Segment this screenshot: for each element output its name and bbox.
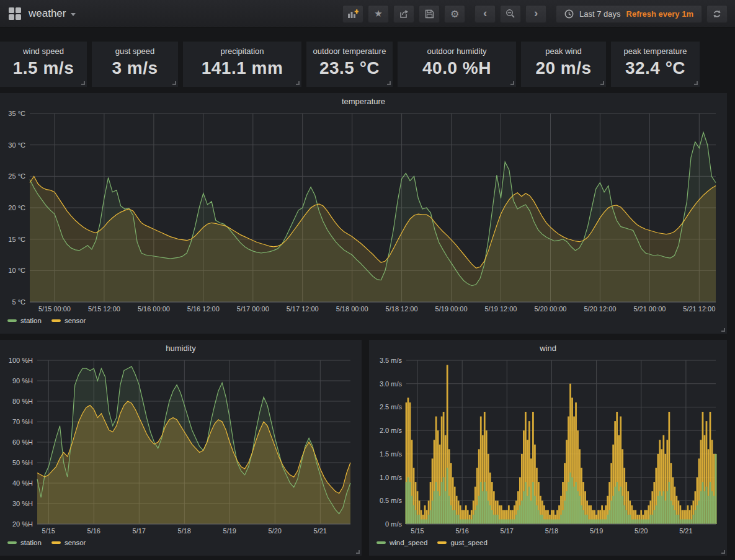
add-panel-button[interactable] bbox=[342, 5, 363, 23]
legend-item-sensor[interactable]: sensor bbox=[51, 317, 86, 324]
stat-panel[interactable]: outdoor humidity40.0 %H bbox=[398, 42, 516, 87]
svg-text:5/20: 5/20 bbox=[269, 527, 282, 535]
panel-resize-handle[interactable] bbox=[296, 81, 300, 85]
temperature-panel-title[interactable]: temperature bbox=[0, 93, 727, 109]
stat-panel[interactable]: precipitation141.1 mm bbox=[183, 42, 301, 87]
panel-resize-handle[interactable] bbox=[510, 81, 514, 85]
svg-text:0.5 m/s: 0.5 m/s bbox=[380, 497, 403, 504]
legend-swatch-icon bbox=[437, 541, 447, 544]
humidity-panel-title[interactable]: humidity bbox=[0, 340, 362, 355]
svg-text:5/16: 5/16 bbox=[455, 527, 468, 535]
dashboard-title-dropdown[interactable]: weather bbox=[29, 7, 76, 20]
panel-resize-handle[interactable] bbox=[694, 81, 698, 85]
svg-text:70 %H: 70 %H bbox=[12, 418, 33, 425]
wind-panel-title[interactable]: wind bbox=[369, 340, 727, 355]
legend-label: sensor bbox=[65, 539, 86, 546]
stat-panel[interactable]: outdoor temperature23.5 °C bbox=[306, 42, 393, 87]
svg-text:20 %H: 20 %H bbox=[12, 520, 33, 528]
svg-text:5/19: 5/19 bbox=[223, 527, 236, 535]
svg-text:5/20 00:00: 5/20 00:00 bbox=[535, 305, 567, 313]
temperature-chart[interactable]: 5 °C10 °C15 °C20 °C25 °C30 °C35 °C5/15 0… bbox=[5, 109, 722, 314]
svg-text:5/15 00:00: 5/15 00:00 bbox=[38, 305, 71, 313]
wind-legend: wind_speedgust_speed bbox=[369, 536, 727, 546]
save-button[interactable] bbox=[419, 5, 440, 23]
svg-text:5/19 00:00: 5/19 00:00 bbox=[435, 305, 468, 313]
panel-resize-handle[interactable] bbox=[172, 81, 176, 85]
chevron-down-icon bbox=[71, 13, 76, 16]
svg-text:50 %H: 50 %H bbox=[12, 459, 33, 466]
star-button[interactable]: ★ bbox=[368, 5, 389, 23]
stat-panel[interactable]: wind speed1.5 m/s bbox=[0, 42, 87, 87]
stat-row: wind speed1.5 m/sgust speed3 m/sprecipit… bbox=[0, 42, 735, 87]
legend-label: sensor bbox=[65, 317, 86, 324]
legend-item-sensor[interactable]: sensor bbox=[51, 539, 86, 546]
legend-label: station bbox=[20, 539, 42, 546]
svg-text:0 m/s: 0 m/s bbox=[385, 520, 402, 528]
panel-resize-handle[interactable] bbox=[721, 328, 725, 332]
svg-text:2.0 m/s: 2.0 m/s bbox=[380, 427, 403, 434]
svg-text:3.5 m/s: 3.5 m/s bbox=[380, 357, 403, 364]
dashboard-picker-icon[interactable] bbox=[9, 7, 21, 20]
time-back-button[interactable]: ‹ bbox=[474, 5, 496, 23]
top-navbar: weather ★ bbox=[0, 0, 735, 28]
share-button[interactable] bbox=[393, 5, 414, 23]
stat-title: wind speed bbox=[0, 47, 87, 56]
stat-panel[interactable]: peak temperature32.4 °C bbox=[611, 42, 700, 87]
panel-resize-handle[interactable] bbox=[81, 81, 85, 85]
panel-resize-handle[interactable] bbox=[600, 81, 604, 85]
legend-label: station bbox=[20, 317, 42, 324]
svg-text:100 %H: 100 %H bbox=[9, 357, 33, 364]
svg-text:3.0 m/s: 3.0 m/s bbox=[380, 380, 403, 388]
save-icon bbox=[425, 9, 434, 19]
chevron-left-icon: ‹ bbox=[483, 7, 487, 20]
legend-label: gust_speed bbox=[450, 539, 487, 546]
refresh-interval-label: Refresh every 1m bbox=[626, 9, 693, 19]
stat-value: 141.1 mm bbox=[183, 58, 301, 78]
svg-text:30 %H: 30 %H bbox=[12, 500, 33, 507]
wind-chart[interactable]: 0 m/s0.5 m/s1.0 m/s1.5 m/s2.0 m/s2.5 m/s… bbox=[374, 355, 722, 536]
star-icon: ★ bbox=[374, 8, 382, 19]
humidity-chart[interactable]: 20 %H30 %H40 %H50 %H60 %H70 %H80 %H90 %H… bbox=[5, 355, 357, 536]
legend-item-gust_speed[interactable]: gust_speed bbox=[437, 539, 487, 546]
svg-text:15 °C: 15 °C bbox=[8, 236, 25, 243]
humidity-panel: humidity 20 %H30 %H40 %H50 %H60 %H70 %H8… bbox=[0, 340, 362, 556]
legend-item-station[interactable]: station bbox=[7, 317, 42, 324]
svg-text:5/18: 5/18 bbox=[545, 527, 558, 535]
stat-value: 23.5 °C bbox=[306, 58, 393, 78]
legend-item-station[interactable]: station bbox=[7, 539, 42, 546]
stat-panel[interactable]: peak wind20 m/s bbox=[521, 42, 606, 87]
svg-text:5/19 12:00: 5/19 12:00 bbox=[485, 305, 517, 313]
svg-text:5/21: 5/21 bbox=[314, 527, 327, 535]
clock-icon bbox=[564, 9, 574, 19]
panel-resize-handle[interactable] bbox=[721, 550, 725, 554]
legend-item-wind_speed[interactable]: wind_speed bbox=[376, 539, 427, 546]
stat-title: gust speed bbox=[92, 47, 178, 56]
temperature-legend: stationsensor bbox=[0, 314, 727, 324]
stat-title: outdoor temperature bbox=[306, 47, 393, 56]
svg-text:5/15: 5/15 bbox=[42, 527, 55, 535]
legend-swatch-icon bbox=[376, 541, 386, 544]
time-range-picker[interactable]: Last 7 days Refresh every 1m bbox=[556, 5, 702, 23]
stat-panel[interactable]: gust speed3 m/s bbox=[92, 42, 178, 87]
svg-text:5/20 12:00: 5/20 12:00 bbox=[584, 305, 616, 313]
svg-text:5/17 12:00: 5/17 12:00 bbox=[287, 305, 319, 313]
svg-text:60 %H: 60 %H bbox=[12, 438, 33, 446]
stat-value: 32.4 °C bbox=[611, 58, 700, 78]
svg-text:5/18: 5/18 bbox=[178, 527, 191, 535]
temperature-panel: temperature 5 °C10 °C15 °C20 °C25 °C30 °… bbox=[0, 93, 727, 334]
svg-text:40 %H: 40 %H bbox=[12, 479, 33, 487]
zoom-out-button[interactable] bbox=[500, 5, 521, 23]
panel-resize-handle[interactable] bbox=[387, 81, 391, 85]
svg-text:5/15: 5/15 bbox=[411, 527, 424, 535]
wind-panel: wind 0 m/s0.5 m/s1.0 m/s1.5 m/s2.0 m/s2.… bbox=[369, 340, 727, 556]
page-title: weather bbox=[29, 7, 66, 20]
zoom-out-icon bbox=[506, 9, 515, 19]
svg-text:5/21 12:00: 5/21 12:00 bbox=[683, 305, 715, 313]
panel-resize-handle[interactable] bbox=[356, 550, 360, 554]
time-forward-button[interactable]: › bbox=[525, 5, 546, 23]
settings-button[interactable]: ⚙ bbox=[444, 5, 465, 23]
svg-text:30 °C: 30 °C bbox=[8, 141, 25, 149]
refresh-button[interactable] bbox=[706, 5, 728, 23]
chevron-right-icon: › bbox=[534, 7, 538, 20]
svg-text:25 °C: 25 °C bbox=[8, 172, 25, 180]
